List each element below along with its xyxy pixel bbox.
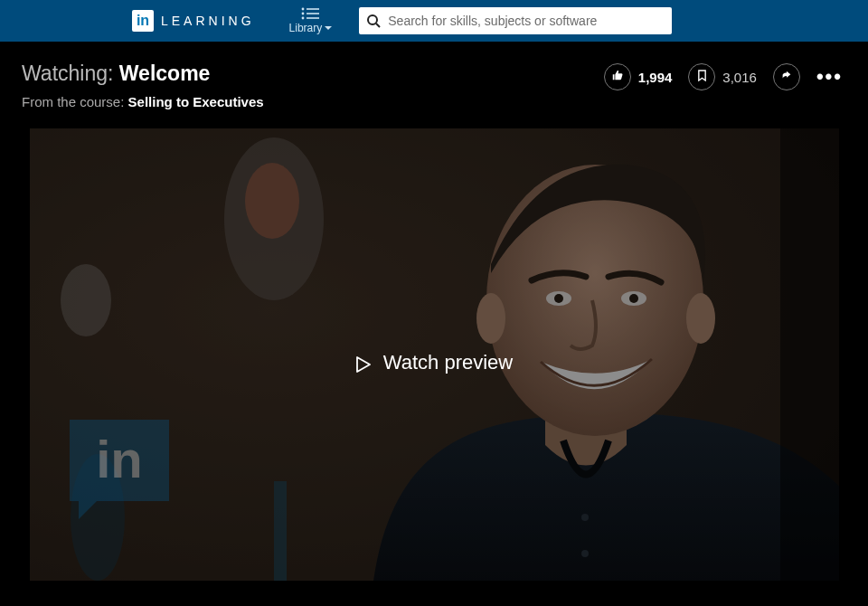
title-actions: 1,994 3,016 ••• [604, 63, 843, 90]
like-button[interactable] [604, 63, 631, 90]
like-count: 1,994 [638, 70, 673, 85]
search-box[interactable] [359, 7, 672, 34]
search-input[interactable] [381, 7, 665, 34]
svg-point-1 [302, 12, 305, 14]
watching-prefix: Watching: [22, 62, 119, 85]
save-count: 3,016 [722, 70, 757, 85]
search-icon [366, 14, 381, 28]
library-dropdown[interactable]: Library [289, 7, 333, 34]
share-button[interactable] [773, 63, 800, 90]
play-icon [356, 355, 371, 371]
logo[interactable]: in LEARNING [132, 10, 255, 32]
share-icon [780, 69, 793, 85]
svg-point-0 [302, 7, 305, 10]
save-stat: 3,016 [688, 63, 757, 90]
svg-point-2 [302, 16, 305, 19]
library-label: Library [289, 22, 323, 34]
video-title: Welcome [119, 62, 211, 85]
svg-rect-3 [307, 8, 319, 10]
linkedin-logo-icon: in [132, 10, 154, 32]
thumbs-up-icon [611, 69, 624, 85]
logo-text: LEARNING [161, 14, 255, 28]
title-bar: Watching: Welcome From the course: Selli… [0, 42, 868, 128]
course-subtitle: From the course: Selling to Executives [22, 94, 264, 109]
from-course-prefix: From the course: [22, 94, 128, 109]
watch-preview-label: Watch preview [383, 351, 513, 374]
more-menu-button[interactable]: ••• [816, 73, 843, 80]
app-header: in LEARNING Library [0, 0, 868, 42]
svg-text:in: in [96, 430, 143, 488]
save-button[interactable] [688, 63, 715, 90]
course-name-link[interactable]: Selling to Executives [128, 94, 264, 109]
watch-preview-button[interactable]: Watch preview [30, 351, 839, 374]
svg-rect-5 [307, 17, 319, 19]
bookmark-icon [697, 69, 707, 85]
page-title: Watching: Welcome [22, 62, 264, 87]
svg-point-6 [368, 15, 377, 24]
svg-rect-4 [307, 13, 319, 14]
linkedin-watermark-icon: in [70, 420, 169, 519]
ellipsis-icon: ••• [816, 65, 843, 88]
video-player[interactable]: Watch preview in [30, 128, 839, 581]
svg-line-7 [376, 24, 380, 27]
like-stat: 1,994 [604, 63, 673, 90]
list-icon [301, 7, 319, 20]
caret-down-icon [325, 26, 332, 33]
